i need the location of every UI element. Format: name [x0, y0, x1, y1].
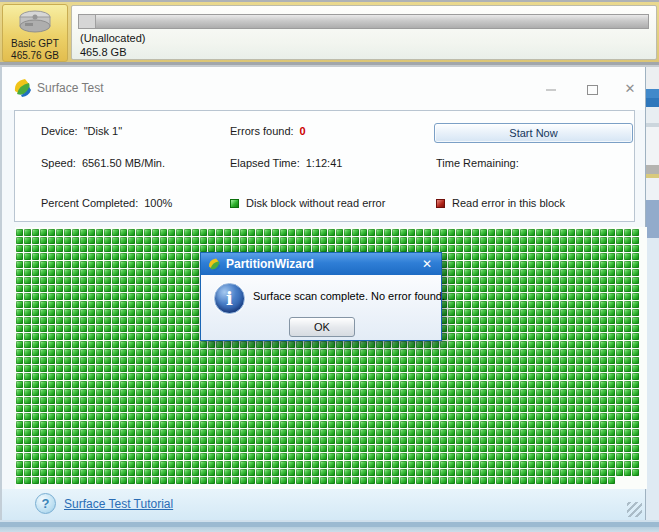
start-now-button[interactable]: Start Now [434, 123, 633, 143]
disk-block [48, 269, 55, 276]
disk-block [240, 389, 247, 396]
disk-block [368, 405, 375, 412]
disk-block [232, 229, 239, 236]
disk-block [464, 261, 471, 268]
disk-block [80, 277, 87, 284]
disk-block [32, 341, 39, 348]
maximize-button[interactable] [583, 80, 601, 98]
disk-block [416, 405, 423, 412]
disk-block [208, 477, 215, 484]
disk-block [72, 421, 79, 428]
disk-block [344, 413, 351, 420]
close-button[interactable]: ✕ [621, 80, 639, 98]
disk-block [424, 453, 431, 460]
disk-block [40, 341, 47, 348]
disk-block [560, 421, 567, 428]
disk-block [216, 477, 223, 484]
disk-block [504, 229, 511, 236]
disk-block [120, 357, 127, 364]
disk-block [152, 397, 159, 404]
disk-block [528, 341, 535, 348]
disk-block [160, 477, 167, 484]
disk-block [472, 269, 479, 276]
disk-block [400, 357, 407, 364]
disk-block [320, 413, 327, 420]
disk-block [632, 285, 639, 292]
disk-block [456, 269, 463, 276]
message-box-close-button[interactable]: ✕ [419, 257, 435, 271]
disk-block [488, 429, 495, 436]
disk-block [592, 397, 599, 404]
disk-block [200, 373, 207, 380]
disk-block [432, 237, 439, 244]
disk-block [536, 461, 543, 468]
resize-grip[interactable] [627, 502, 642, 517]
ok-button[interactable]: OK [289, 317, 355, 337]
disk-block [304, 245, 311, 252]
disk-block [416, 365, 423, 372]
disk-block [192, 461, 199, 468]
disk-block [552, 405, 559, 412]
disk-block [64, 237, 71, 244]
disk-block [480, 253, 487, 260]
disk-block [616, 309, 623, 316]
disk-block [368, 437, 375, 444]
disk-block [592, 381, 599, 388]
surface-test-tutorial-link[interactable]: Surface Test Tutorial [64, 497, 173, 511]
disk-block [608, 413, 615, 420]
disk-block [632, 405, 639, 412]
disk-block [160, 373, 167, 380]
disk-block [432, 469, 439, 476]
disk-block [144, 405, 151, 412]
disk-block [208, 469, 215, 476]
disk-block [472, 397, 479, 404]
disk-block [616, 317, 623, 324]
disk-block [288, 229, 295, 236]
disk-block [592, 413, 599, 420]
disk-block [528, 365, 535, 372]
disk-block [400, 461, 407, 468]
partition-cell-unallocated[interactable]: (Unallocated) 465.8 GB [71, 5, 657, 60]
disk-block [192, 301, 199, 308]
disk-block [456, 245, 463, 252]
minimize-button[interactable] [542, 80, 560, 98]
disk-block [576, 333, 583, 340]
disk-block [256, 429, 263, 436]
disk-block [64, 421, 71, 428]
disk-block [440, 413, 447, 420]
disk-block [40, 373, 47, 380]
disk-block [632, 373, 639, 380]
disk-block [528, 381, 535, 388]
disk-block [120, 437, 127, 444]
disk-block [16, 469, 23, 476]
disk-block [600, 389, 607, 396]
disk-block [512, 237, 519, 244]
disk-block [160, 405, 167, 412]
disk-block [240, 245, 247, 252]
disk-block [32, 429, 39, 436]
disk-block [176, 365, 183, 372]
message-box-text: Surface scan complete. No error found. [253, 290, 445, 302]
disk-block [576, 477, 583, 484]
disk-block [384, 413, 391, 420]
disk-map-disk-cell[interactable]: Basic GPT 465.76 GB [2, 4, 68, 62]
disk-block [504, 461, 511, 468]
disk-block [352, 421, 359, 428]
disk-block [528, 437, 535, 444]
disk-block [552, 437, 559, 444]
disk-block [24, 477, 31, 484]
disk-block [112, 477, 119, 484]
disk-block [32, 229, 39, 236]
disk-block [120, 341, 127, 348]
disk-block [16, 397, 23, 404]
disk-block [448, 301, 455, 308]
disk-block [152, 253, 159, 260]
disk-block [192, 421, 199, 428]
disk-block [424, 405, 431, 412]
disk-block [504, 477, 511, 484]
disk-block [72, 413, 79, 420]
disk-block [624, 365, 631, 372]
disk-block [192, 429, 199, 436]
disk-block [200, 349, 207, 356]
disk-block [448, 261, 455, 268]
